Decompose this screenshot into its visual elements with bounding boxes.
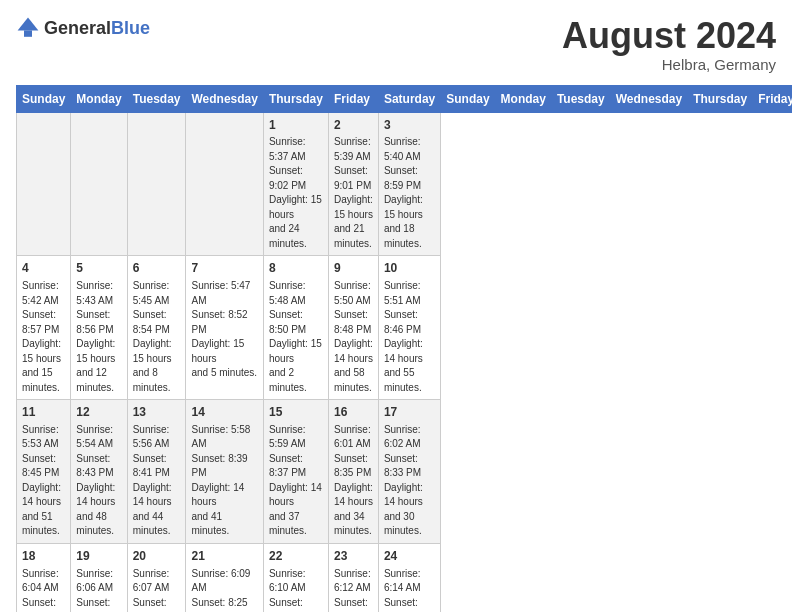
day-number: 19 <box>76 548 121 565</box>
logo-general-text: General <box>44 18 111 38</box>
day-info: Sunrise: 5:39 AM Sunset: 9:01 PM Dayligh… <box>334 135 373 251</box>
day-info: Sunrise: 5:40 AM Sunset: 8:59 PM Dayligh… <box>384 135 435 251</box>
calendar-cell <box>127 112 186 256</box>
day-number: 9 <box>334 260 373 277</box>
day-info: Sunrise: 5:58 AM Sunset: 8:39 PM Dayligh… <box>191 423 257 539</box>
calendar-cell: 12Sunrise: 5:54 AM Sunset: 8:43 PM Dayli… <box>71 400 127 544</box>
col-header-sunday: Sunday <box>441 85 495 112</box>
col-header-friday: Friday <box>753 85 792 112</box>
calendar-cell: 8Sunrise: 5:48 AM Sunset: 8:50 PM Daylig… <box>263 256 328 400</box>
day-number: 11 <box>22 404 65 421</box>
calendar-week-row: 1Sunrise: 5:37 AM Sunset: 9:02 PM Daylig… <box>17 112 793 256</box>
calendar-cell: 16Sunrise: 6:01 AM Sunset: 8:35 PM Dayli… <box>328 400 378 544</box>
day-info: Sunrise: 5:37 AM Sunset: 9:02 PM Dayligh… <box>269 135 323 251</box>
day-number: 16 <box>334 404 373 421</box>
logo-blue-text: Blue <box>111 18 150 38</box>
calendar-cell: 10Sunrise: 5:51 AM Sunset: 8:46 PM Dayli… <box>378 256 440 400</box>
day-info: Sunrise: 5:51 AM Sunset: 8:46 PM Dayligh… <box>384 279 435 395</box>
col-header-thursday: Thursday <box>263 85 328 112</box>
location-title: Helbra, Germany <box>562 56 776 73</box>
day-number: 7 <box>191 260 257 277</box>
calendar-header-row: SundayMondayTuesdayWednesdayThursdayFrid… <box>17 85 793 112</box>
col-header-sunday: Sunday <box>17 85 71 112</box>
day-number: 5 <box>76 260 121 277</box>
calendar-cell: 1Sunrise: 5:37 AM Sunset: 9:02 PM Daylig… <box>263 112 328 256</box>
day-number: 3 <box>384 117 435 134</box>
calendar-cell: 15Sunrise: 5:59 AM Sunset: 8:37 PM Dayli… <box>263 400 328 544</box>
col-header-monday: Monday <box>495 85 551 112</box>
day-number: 13 <box>133 404 181 421</box>
calendar-cell: 17Sunrise: 6:02 AM Sunset: 8:33 PM Dayli… <box>378 400 440 544</box>
logo-icon <box>16 16 40 40</box>
calendar-table: SundayMondayTuesdayWednesdayThursdayFrid… <box>16 85 792 612</box>
calendar-cell <box>71 112 127 256</box>
day-info: Sunrise: 5:56 AM Sunset: 8:41 PM Dayligh… <box>133 423 181 539</box>
day-number: 22 <box>269 548 323 565</box>
calendar-week-row: 18Sunrise: 6:04 AM Sunset: 8:31 PM Dayli… <box>17 543 793 612</box>
calendar-week-row: 4Sunrise: 5:42 AM Sunset: 8:57 PM Daylig… <box>17 256 793 400</box>
day-number: 12 <box>76 404 121 421</box>
calendar-cell: 22Sunrise: 6:10 AM Sunset: 8:22 PM Dayli… <box>263 543 328 612</box>
col-header-tuesday: Tuesday <box>127 85 186 112</box>
day-number: 4 <box>22 260 65 277</box>
calendar-cell: 21Sunrise: 6:09 AM Sunset: 8:25 PM Dayli… <box>186 543 263 612</box>
day-number: 6 <box>133 260 181 277</box>
day-info: Sunrise: 6:01 AM Sunset: 8:35 PM Dayligh… <box>334 423 373 539</box>
month-title: August 2024 <box>562 16 776 56</box>
day-number: 23 <box>334 548 373 565</box>
day-number: 2 <box>334 117 373 134</box>
calendar-cell <box>17 112 71 256</box>
day-info: Sunrise: 5:48 AM Sunset: 8:50 PM Dayligh… <box>269 279 323 395</box>
col-header-friday: Friday <box>328 85 378 112</box>
day-info: Sunrise: 6:07 AM Sunset: 8:27 PM Dayligh… <box>133 567 181 612</box>
calendar-cell: 20Sunrise: 6:07 AM Sunset: 8:27 PM Dayli… <box>127 543 186 612</box>
col-header-saturday: Saturday <box>378 85 440 112</box>
day-number: 1 <box>269 117 323 134</box>
calendar-cell: 9Sunrise: 5:50 AM Sunset: 8:48 PM Daylig… <box>328 256 378 400</box>
logo: GeneralBlue <box>16 16 150 40</box>
calendar-cell: 2Sunrise: 5:39 AM Sunset: 9:01 PM Daylig… <box>328 112 378 256</box>
calendar-week-row: 11Sunrise: 5:53 AM Sunset: 8:45 PM Dayli… <box>17 400 793 544</box>
calendar-cell: 5Sunrise: 5:43 AM Sunset: 8:56 PM Daylig… <box>71 256 127 400</box>
calendar-cell: 7Sunrise: 5:47 AM Sunset: 8:52 PM Daylig… <box>186 256 263 400</box>
day-info: Sunrise: 6:09 AM Sunset: 8:25 PM Dayligh… <box>191 567 257 612</box>
calendar-cell: 4Sunrise: 5:42 AM Sunset: 8:57 PM Daylig… <box>17 256 71 400</box>
day-info: Sunrise: 6:12 AM Sunset: 8:20 PM Dayligh… <box>334 567 373 612</box>
calendar-cell: 18Sunrise: 6:04 AM Sunset: 8:31 PM Dayli… <box>17 543 71 612</box>
day-info: Sunrise: 5:54 AM Sunset: 8:43 PM Dayligh… <box>76 423 121 539</box>
day-number: 18 <box>22 548 65 565</box>
day-info: Sunrise: 5:42 AM Sunset: 8:57 PM Dayligh… <box>22 279 65 395</box>
col-header-wednesday: Wednesday <box>186 85 263 112</box>
day-number: 21 <box>191 548 257 565</box>
day-number: 24 <box>384 548 435 565</box>
day-info: Sunrise: 6:10 AM Sunset: 8:22 PM Dayligh… <box>269 567 323 612</box>
day-info: Sunrise: 5:47 AM Sunset: 8:52 PM Dayligh… <box>191 279 257 381</box>
page-header: GeneralBlue August 2024 Helbra, Germany <box>16 16 776 73</box>
day-number: 14 <box>191 404 257 421</box>
svg-marker-0 <box>18 18 39 31</box>
col-header-thursday: Thursday <box>688 85 753 112</box>
day-number: 20 <box>133 548 181 565</box>
svg-rect-1 <box>24 30 32 36</box>
day-number: 17 <box>384 404 435 421</box>
calendar-cell: 23Sunrise: 6:12 AM Sunset: 8:20 PM Dayli… <box>328 543 378 612</box>
day-number: 10 <box>384 260 435 277</box>
calendar-cell: 13Sunrise: 5:56 AM Sunset: 8:41 PM Dayli… <box>127 400 186 544</box>
day-info: Sunrise: 5:43 AM Sunset: 8:56 PM Dayligh… <box>76 279 121 395</box>
calendar-cell: 11Sunrise: 5:53 AM Sunset: 8:45 PM Dayli… <box>17 400 71 544</box>
day-number: 15 <box>269 404 323 421</box>
col-header-tuesday: Tuesday <box>551 85 610 112</box>
day-number: 8 <box>269 260 323 277</box>
title-block: August 2024 Helbra, Germany <box>562 16 776 73</box>
calendar-cell: 6Sunrise: 5:45 AM Sunset: 8:54 PM Daylig… <box>127 256 186 400</box>
day-info: Sunrise: 6:14 AM Sunset: 8:18 PM Dayligh… <box>384 567 435 612</box>
calendar-cell <box>186 112 263 256</box>
col-header-wednesday: Wednesday <box>610 85 687 112</box>
day-info: Sunrise: 5:50 AM Sunset: 8:48 PM Dayligh… <box>334 279 373 395</box>
day-info: Sunrise: 6:04 AM Sunset: 8:31 PM Dayligh… <box>22 567 65 612</box>
day-info: Sunrise: 5:45 AM Sunset: 8:54 PM Dayligh… <box>133 279 181 395</box>
day-info: Sunrise: 6:02 AM Sunset: 8:33 PM Dayligh… <box>384 423 435 539</box>
col-header-monday: Monday <box>71 85 127 112</box>
day-info: Sunrise: 5:53 AM Sunset: 8:45 PM Dayligh… <box>22 423 65 539</box>
day-info: Sunrise: 5:59 AM Sunset: 8:37 PM Dayligh… <box>269 423 323 539</box>
